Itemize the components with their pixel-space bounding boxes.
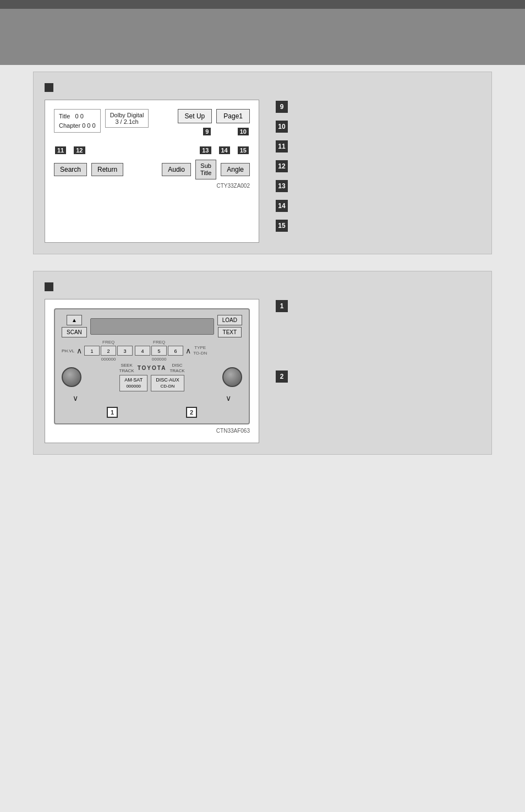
stereo-center-area: SEEKTRACK TOYOTA DISCTRACK AM·SAT000000 …: [85, 363, 219, 391]
stereo-section-header: [45, 282, 480, 291]
dvd-page1-button[interactable]: Page1: [216, 109, 250, 123]
dvd-return-button[interactable]: Return: [91, 163, 123, 176]
annotation-9: 9: [276, 100, 480, 113]
dvd-badge-14-mid: 14: [219, 146, 230, 154]
stereo-num-btn-3[interactable]: 3: [117, 346, 133, 356]
stereo-num-btn-1[interactable]: 1: [84, 346, 100, 356]
stereo-freq1-label: FREQ: [84, 340, 133, 345]
dvd-badge-9: 9: [203, 128, 211, 135]
stereo-badge2-area: 2: [186, 407, 197, 418]
stereo-up-arrow-left-col: ∧: [76, 346, 82, 355]
stereo-load-button[interactable]: LOAD: [217, 315, 242, 325]
stereo-left-top-btns: ▲ SCAN: [62, 315, 87, 337]
dvd-dolby-label: Dolby Digital: [110, 112, 144, 118]
stereo-diagram-box: ▲ SCAN LOAD TEXT PH.VL: [45, 299, 259, 443]
stereo-badge-row: 1 2: [62, 407, 242, 418]
dvd-badge-11-mid: 11: [55, 146, 66, 154]
dvd-section-block: Title 0 0 Chapter 0 0 0 Dolby Digital 3 …: [33, 72, 492, 254]
stereo-ann-text-2: [292, 369, 294, 379]
stereo-knob-right-area: [222, 367, 242, 387]
dvd-screen-diagram: Title 0 0 Chapter 0 0 0 Dolby Digital 3 …: [45, 100, 259, 243]
dvd-dolby-value: 3 / 2.1ch: [115, 118, 138, 125]
dvd-angle-button[interactable]: Angle: [221, 163, 250, 176]
ann-text-15: [292, 219, 294, 228]
stereo-section-square-icon: [45, 282, 53, 291]
stereo-section-block: ▲ SCAN LOAD TEXT PH.VL: [33, 271, 492, 455]
ann-badge-15: 15: [276, 220, 288, 232]
stereo-num-btn-6[interactable]: 6: [168, 346, 183, 356]
stereo-badge1-area: 1: [107, 407, 118, 418]
stereo-diagram-code: CTN33AF063: [54, 428, 250, 434]
dvd-section-inner: Title 0 0 Chapter 0 0 0 Dolby Digital 3 …: [45, 100, 480, 243]
stereo-up-arrow-left[interactable]: ∧: [76, 346, 82, 355]
stereo-num-btn-5[interactable]: 5: [151, 346, 167, 356]
stereo-down-arrows-row: ∨ ∨: [62, 394, 242, 402]
ann-text-11: [292, 139, 294, 149]
stereo-down-arrow-right[interactable]: ∨: [226, 394, 231, 402]
stereo-knob-left[interactable]: [62, 367, 81, 387]
stereo-disc-track-label: DISCTRACK: [169, 363, 184, 373]
stereo-seek-row: SEEKTRACK TOYOTA DISCTRACK: [119, 363, 185, 373]
stereo-down-arrow-left[interactable]: ∨: [73, 394, 78, 402]
annotation-10: 10: [276, 119, 480, 133]
stereo-annotations-col: 1 2: [276, 299, 480, 443]
ann-badge-13: 13: [276, 180, 288, 192]
header-bg: [0, 9, 525, 65]
stereo-annotation-2: 2: [276, 369, 480, 383]
stereo-num-btns-1: 1 2 3: [84, 346, 133, 356]
dvd-setup-button[interactable]: Set Up: [178, 109, 212, 123]
stereo-seek-track-label: SEEKTRACK: [119, 363, 134, 373]
ann-text-9: [292, 100, 294, 110]
stereo-pvl-col: PH.VL: [62, 348, 74, 353]
stereo-row3: SEEKTRACK TOYOTA DISCTRACK AM·SAT000000 …: [62, 363, 242, 391]
ann-text-10: [292, 119, 294, 129]
ann-text-12: [292, 159, 294, 169]
stereo-num-btn-2[interactable]: 2: [101, 346, 116, 356]
header-stripe-top: [0, 4, 525, 9]
stereo-badge-1: 1: [107, 407, 118, 418]
annotation-15: 15: [276, 219, 480, 232]
stereo-badge-2: 2: [186, 407, 197, 418]
annotation-14: 14: [276, 199, 480, 212]
ann-badge-9: 9: [276, 101, 288, 113]
dvd-search-button[interactable]: Search: [54, 163, 87, 176]
stereo-num-btn-4[interactable]: 4: [135, 346, 150, 356]
stereo-annotation-1: 1: [276, 299, 480, 312]
stereo-display: [90, 318, 214, 335]
stereo-disc-aux-button[interactable]: DISC·AUXCD-DN: [151, 375, 184, 391]
dvd-dolby-box: Dolby Digital 3 / 2.1ch: [105, 109, 149, 128]
stereo-row1: ▲ SCAN LOAD TEXT: [62, 315, 242, 337]
ann-badge-10: 10: [276, 121, 288, 133]
dvd-chapter-label: Chapter 0 0 0: [59, 122, 96, 129]
dvd-badge-15-mid: 15: [238, 146, 249, 154]
stereo-up-arrow-right-col: ∧: [185, 346, 191, 355]
stereo-right-top-btns: LOAD TEXT: [217, 315, 242, 337]
ann-badge-12: 12: [276, 160, 288, 172]
dvd-bottom-row: Search Return Audio Sub Title Angle: [54, 160, 250, 179]
dvd-subtitle-button[interactable]: Sub Title: [195, 160, 216, 179]
section-square-icon: [45, 83, 53, 92]
annotation-13: 13: [276, 179, 480, 192]
stereo-freq2-value: 000000: [135, 357, 183, 362]
main-content: Title 0 0 Chapter 0 0 0 Dolby Digital 3 …: [0, 61, 525, 482]
stereo-up-arrow-right[interactable]: ∧: [185, 346, 191, 355]
stereo-num-btns-2: 4 5 6: [135, 346, 183, 356]
dvd-section-header: [45, 83, 480, 92]
stereo-ann-badge-1: 1: [276, 300, 288, 312]
dvd-badge-10: 10: [238, 128, 249, 135]
stereo-knob-right[interactable]: [222, 367, 242, 387]
stereo-pvl-label: PH.VL: [62, 348, 74, 353]
stereo-section-inner: ▲ SCAN LOAD TEXT PH.VL: [45, 299, 480, 443]
stereo-text-button[interactable]: TEXT: [218, 327, 242, 337]
stereo-num-group1: FREQ 1 2 3 000000: [84, 340, 133, 362]
dvd-subtitle-line2: Title: [200, 170, 211, 176]
stereo-am-sat-button[interactable]: AM·SAT000000: [119, 375, 147, 391]
ann-badge-14: 14: [276, 200, 288, 212]
stereo-ann-badge-2: 2: [276, 370, 288, 383]
stereo-freq1-value: 000000: [84, 357, 133, 362]
dvd-audio-button[interactable]: Audio: [162, 163, 191, 176]
stereo-eject-button[interactable]: ▲: [67, 315, 82, 325]
stereo-scan-button[interactable]: SCAN: [62, 327, 87, 337]
annotation-12: 12: [276, 159, 480, 172]
stereo-freq2-label: FREQ: [135, 340, 183, 345]
